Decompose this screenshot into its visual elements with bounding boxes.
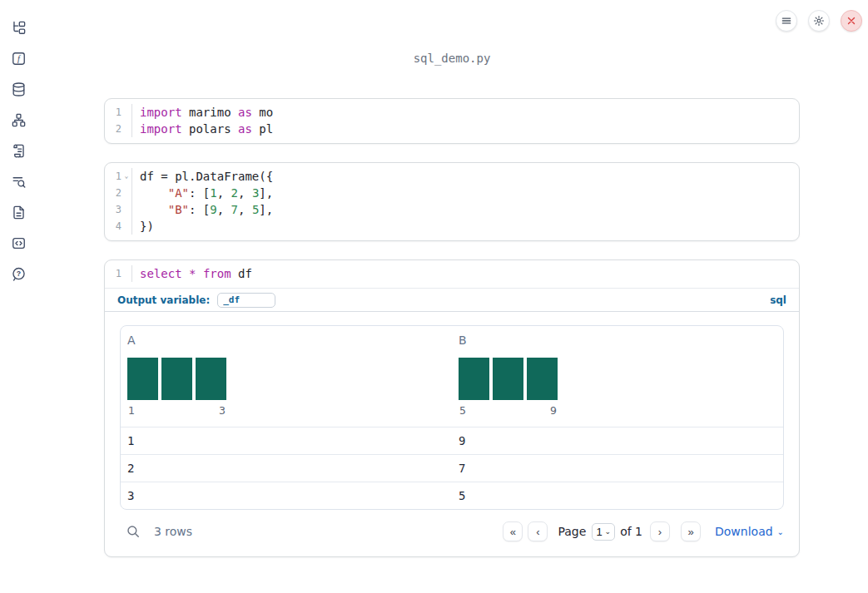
notebook: sql_demo.py 1import marimo as mo2import … bbox=[104, 0, 800, 557]
histogram-bar bbox=[196, 358, 226, 400]
output-variable-label: Output variable: bbox=[117, 294, 210, 306]
histogram-bar bbox=[527, 358, 558, 400]
dataframe-table: A 1 3 B bbox=[120, 325, 784, 510]
cell-output: A 1 3 B bbox=[105, 312, 799, 556]
logs-search-icon bbox=[11, 174, 27, 190]
previous-page-button[interactable]: ‹ bbox=[528, 521, 548, 541]
svg-text:?: ? bbox=[16, 269, 20, 278]
page-count-label: of 1 bbox=[620, 525, 642, 538]
code-line[interactable]: 2 "A": [1, 2, 3], bbox=[105, 185, 799, 201]
help-icon: ? bbox=[11, 266, 27, 282]
sidebar-item-dependency-graph[interactable] bbox=[10, 111, 27, 128]
code-content: }) bbox=[132, 218, 154, 235]
histogram-max-label: 9 bbox=[550, 404, 557, 417]
table-body: 192735 bbox=[121, 427, 783, 509]
sidebar-item-file-explorer[interactable] bbox=[10, 19, 27, 36]
line-number: 2 bbox=[105, 121, 122, 137]
table-row[interactable]: 27 bbox=[121, 454, 783, 482]
histogram-bars bbox=[127, 358, 226, 400]
line-number: 1 bbox=[105, 104, 122, 121]
download-label: Download bbox=[715, 525, 773, 538]
sidebar-item-documentation[interactable] bbox=[10, 204, 27, 220]
code-line[interactable]: 4}) bbox=[105, 218, 799, 235]
column-header-b[interactable]: B 5 9 bbox=[452, 326, 783, 427]
code-cell-imports: 1import marimo as mo2import polars as pl bbox=[104, 98, 800, 144]
sidebar-item-variables[interactable]: f bbox=[10, 50, 27, 67]
code-content: "B": [9, 7, 5], bbox=[132, 201, 273, 218]
settings-button[interactable] bbox=[808, 10, 830, 32]
scroll-icon bbox=[11, 143, 27, 159]
column-name: A bbox=[127, 334, 445, 347]
output-variable-input[interactable] bbox=[217, 293, 275, 308]
histogram-max-label: 3 bbox=[219, 404, 226, 417]
sidebar: f ? bbox=[0, 0, 37, 593]
histogram-bar bbox=[161, 358, 192, 400]
code-line[interactable]: 1⌄df = pl.DataFrame({ bbox=[105, 168, 799, 185]
chevron-left-icon: ‹ bbox=[536, 526, 539, 537]
line-gutter: 3 bbox=[105, 201, 132, 218]
search-icon bbox=[126, 524, 141, 539]
line-gutter: 2 bbox=[105, 185, 132, 201]
table-header: A 1 3 B bbox=[121, 326, 783, 427]
code-line[interactable]: 1select * from df bbox=[105, 265, 799, 282]
search-button[interactable] bbox=[126, 524, 141, 539]
histogram-min-label: 5 bbox=[459, 404, 466, 417]
histogram-bar bbox=[127, 358, 158, 400]
output-variable-row: Output variable: sql bbox=[105, 289, 799, 312]
sidebar-item-logs[interactable] bbox=[10, 173, 27, 190]
sidebar-item-outline[interactable] bbox=[10, 142, 27, 159]
download-button[interactable]: Download ⌄ bbox=[715, 525, 784, 538]
column-histogram-a: 1 3 bbox=[127, 358, 226, 417]
code-editor[interactable]: 1import marimo as mo2import polars as pl bbox=[105, 99, 799, 143]
database-icon bbox=[11, 82, 27, 97]
double-chevron-right-icon: » bbox=[687, 526, 693, 537]
page-label: Page bbox=[558, 525, 586, 538]
document-icon bbox=[11, 205, 27, 220]
next-page-button[interactable]: › bbox=[650, 521, 670, 541]
code-line[interactable]: 2import polars as pl bbox=[105, 121, 799, 137]
histogram-bars bbox=[459, 358, 558, 400]
table-cell: 9 bbox=[452, 434, 783, 447]
dependency-graph-icon bbox=[11, 112, 27, 128]
table-cell: 1 bbox=[121, 434, 452, 447]
code-line[interactable]: 1import marimo as mo bbox=[105, 104, 799, 121]
table-cell: 7 bbox=[452, 462, 783, 475]
sql-editor[interactable]: 1select * from df bbox=[105, 260, 799, 289]
table-footer: 3 rows « ‹ Page 1 ⌄ of 1 › » Download ⌄ bbox=[120, 516, 784, 546]
line-number: 1 bbox=[105, 265, 122, 282]
function-icon: f bbox=[11, 51, 27, 67]
histogram-axis-labels: 1 3 bbox=[127, 404, 226, 417]
first-page-button[interactable]: « bbox=[503, 521, 523, 541]
double-chevron-left-icon: « bbox=[510, 526, 516, 537]
shutdown-button[interactable] bbox=[841, 10, 862, 32]
fold-chevron-icon[interactable]: ⌄ bbox=[122, 168, 131, 185]
sidebar-item-help[interactable]: ? bbox=[10, 265, 27, 282]
code-snippets-icon bbox=[11, 235, 27, 251]
code-content: "A": [1, 2, 3], bbox=[132, 185, 273, 201]
chevron-down-icon: ⌄ bbox=[777, 527, 784, 536]
line-number: 3 bbox=[105, 201, 122, 218]
histogram-bar bbox=[459, 358, 489, 400]
table-row[interactable]: 19 bbox=[121, 427, 783, 454]
sidebar-item-datasources[interactable] bbox=[10, 81, 27, 97]
sidebar-item-snippets[interactable] bbox=[10, 235, 27, 251]
line-number: 1 bbox=[105, 168, 122, 185]
table-cell: 3 bbox=[121, 489, 452, 502]
svg-text:f: f bbox=[17, 54, 22, 63]
notebook-title: sql_demo.py bbox=[104, 52, 800, 65]
table-cell: 5 bbox=[452, 489, 783, 502]
sql-cell: 1select * from df Output variable: sql A… bbox=[104, 259, 800, 557]
gear-icon bbox=[813, 15, 825, 27]
code-editor[interactable]: 1⌄df = pl.DataFrame({2 "A": [1, 2, 3],3 … bbox=[105, 163, 799, 240]
line-gutter: 1 bbox=[105, 104, 132, 121]
code-content: select * from df bbox=[132, 265, 252, 282]
column-name: B bbox=[459, 334, 776, 347]
language-badge[interactable]: sql bbox=[770, 294, 786, 306]
code-line[interactable]: 3 "B": [9, 7, 5], bbox=[105, 201, 799, 218]
line-number: 2 bbox=[105, 185, 122, 201]
line-gutter: 4 bbox=[105, 218, 132, 235]
last-page-button[interactable]: » bbox=[681, 521, 701, 541]
column-header-a[interactable]: A 1 3 bbox=[121, 326, 452, 427]
table-row[interactable]: 35 bbox=[121, 482, 783, 509]
page-select[interactable]: 1 ⌄ bbox=[592, 523, 615, 541]
